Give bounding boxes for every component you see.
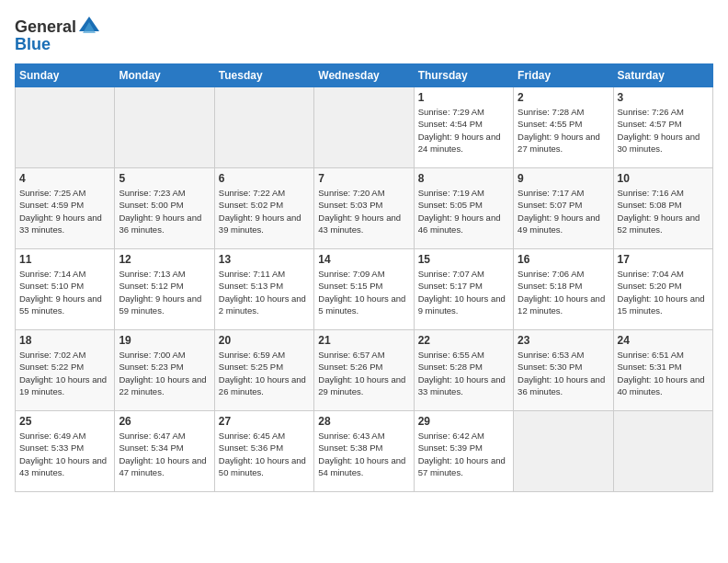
calendar-cell: 24 Sunrise: 6:51 AM Sunset: 5:31 PM Dayl… bbox=[613, 330, 712, 411]
day-number: 19 bbox=[119, 334, 210, 347]
calendar-cell: 13 Sunrise: 7:11 AM Sunset: 5:13 PM Dayl… bbox=[214, 249, 313, 330]
logo: General Blue bbox=[15, 15, 102, 54]
day-info: Sunrise: 7:13 AM Sunset: 5:12 PM Dayligh… bbox=[119, 268, 210, 316]
header-friday: Friday bbox=[514, 64, 613, 87]
day-info: Sunrise: 7:28 AM Sunset: 4:55 PM Dayligh… bbox=[518, 106, 609, 155]
calendar-cell: 1 Sunrise: 7:29 AM Sunset: 4:54 PM Dayli… bbox=[414, 87, 513, 168]
day-number: 1 bbox=[418, 91, 509, 104]
day-number: 25 bbox=[19, 415, 110, 428]
day-info: Sunrise: 7:14 AM Sunset: 5:10 PM Dayligh… bbox=[19, 268, 110, 316]
calendar-cell: 16 Sunrise: 7:06 AM Sunset: 5:18 PM Dayl… bbox=[514, 249, 613, 330]
week-row-2: 4 Sunrise: 7:25 AM Sunset: 4:59 PM Dayli… bbox=[16, 168, 713, 249]
calendar-cell: 27 Sunrise: 6:45 AM Sunset: 5:36 PM Dayl… bbox=[214, 411, 313, 492]
week-row-4: 18 Sunrise: 7:02 AM Sunset: 5:22 PM Dayl… bbox=[16, 330, 713, 411]
header-thursday: Thursday bbox=[414, 64, 513, 87]
calendar-cell: 14 Sunrise: 7:09 AM Sunset: 5:15 PM Dayl… bbox=[314, 249, 414, 330]
day-info: Sunrise: 7:17 AM Sunset: 5:07 PM Dayligh… bbox=[518, 187, 609, 236]
week-row-3: 11 Sunrise: 7:14 AM Sunset: 5:10 PM Dayl… bbox=[16, 249, 713, 330]
day-number: 16 bbox=[518, 253, 609, 266]
day-number: 11 bbox=[19, 253, 110, 266]
logo-icon bbox=[77, 15, 101, 39]
day-info: Sunrise: 7:29 AM Sunset: 4:54 PM Dayligh… bbox=[418, 106, 509, 155]
day-number: 24 bbox=[618, 334, 709, 347]
calendar-cell: 12 Sunrise: 7:13 AM Sunset: 5:12 PM Dayl… bbox=[115, 249, 214, 330]
day-info: Sunrise: 6:55 AM Sunset: 5:28 PM Dayligh… bbox=[418, 349, 509, 397]
day-info: Sunrise: 6:45 AM Sunset: 5:36 PM Dayligh… bbox=[219, 430, 310, 478]
day-info: Sunrise: 7:26 AM Sunset: 4:57 PM Dayligh… bbox=[618, 106, 709, 155]
day-number: 12 bbox=[119, 253, 210, 266]
header-tuesday: Tuesday bbox=[214, 64, 313, 87]
day-number: 22 bbox=[418, 334, 509, 347]
calendar-table: SundayMondayTuesdayWednesdayThursdayFrid… bbox=[15, 63, 713, 492]
calendar-cell: 23 Sunrise: 6:53 AM Sunset: 5:30 PM Dayl… bbox=[514, 330, 613, 411]
calendar-cell: 15 Sunrise: 7:07 AM Sunset: 5:17 PM Dayl… bbox=[414, 249, 513, 330]
day-info: Sunrise: 7:16 AM Sunset: 5:08 PM Dayligh… bbox=[618, 187, 709, 236]
day-info: Sunrise: 7:07 AM Sunset: 5:17 PM Dayligh… bbox=[418, 268, 509, 316]
day-info: Sunrise: 7:09 AM Sunset: 5:15 PM Dayligh… bbox=[318, 268, 409, 316]
day-number: 5 bbox=[119, 172, 210, 185]
week-row-5: 25 Sunrise: 6:49 AM Sunset: 5:33 PM Dayl… bbox=[16, 411, 713, 492]
day-info: Sunrise: 6:49 AM Sunset: 5:33 PM Dayligh… bbox=[19, 430, 110, 478]
calendar-cell bbox=[514, 411, 613, 492]
day-info: Sunrise: 6:42 AM Sunset: 5:39 PM Dayligh… bbox=[418, 430, 509, 478]
calendar-cell bbox=[214, 87, 313, 168]
day-number: 29 bbox=[418, 415, 509, 428]
day-info: Sunrise: 7:04 AM Sunset: 5:20 PM Dayligh… bbox=[618, 268, 709, 316]
week-row-1: 1 Sunrise: 7:29 AM Sunset: 4:54 PM Dayli… bbox=[16, 87, 713, 168]
day-info: Sunrise: 7:19 AM Sunset: 5:05 PM Dayligh… bbox=[418, 187, 509, 236]
calendar-cell: 11 Sunrise: 7:14 AM Sunset: 5:10 PM Dayl… bbox=[16, 249, 115, 330]
day-info: Sunrise: 7:02 AM Sunset: 5:22 PM Dayligh… bbox=[19, 349, 110, 397]
day-number: 26 bbox=[119, 415, 210, 428]
calendar-cell: 7 Sunrise: 7:20 AM Sunset: 5:03 PM Dayli… bbox=[314, 168, 414, 249]
day-info: Sunrise: 7:06 AM Sunset: 5:18 PM Dayligh… bbox=[518, 268, 609, 316]
calendar-cell: 25 Sunrise: 6:49 AM Sunset: 5:33 PM Dayl… bbox=[16, 411, 115, 492]
calendar-cell: 10 Sunrise: 7:16 AM Sunset: 5:08 PM Dayl… bbox=[613, 168, 712, 249]
calendar-cell bbox=[115, 87, 214, 168]
calendar-cell bbox=[613, 411, 712, 492]
calendar-cell: 22 Sunrise: 6:55 AM Sunset: 5:28 PM Dayl… bbox=[414, 330, 513, 411]
header-sunday: Sunday bbox=[16, 64, 115, 87]
day-info: Sunrise: 7:00 AM Sunset: 5:23 PM Dayligh… bbox=[119, 349, 210, 397]
day-number: 10 bbox=[618, 172, 709, 185]
day-info: Sunrise: 6:43 AM Sunset: 5:38 PM Dayligh… bbox=[318, 430, 409, 478]
day-number: 28 bbox=[318, 415, 409, 428]
day-number: 4 bbox=[19, 172, 110, 185]
day-number: 7 bbox=[318, 172, 409, 185]
calendar-cell: 20 Sunrise: 6:59 AM Sunset: 5:25 PM Dayl… bbox=[214, 330, 313, 411]
calendar-cell: 4 Sunrise: 7:25 AM Sunset: 4:59 PM Dayli… bbox=[16, 168, 115, 249]
calendar-cell: 26 Sunrise: 6:47 AM Sunset: 5:34 PM Dayl… bbox=[115, 411, 214, 492]
calendar-cell bbox=[314, 87, 414, 168]
header-monday: Monday bbox=[115, 64, 214, 87]
day-number: 21 bbox=[318, 334, 409, 347]
day-info: Sunrise: 6:59 AM Sunset: 5:25 PM Dayligh… bbox=[219, 349, 310, 397]
calendar-cell: 17 Sunrise: 7:04 AM Sunset: 5:20 PM Dayl… bbox=[613, 249, 712, 330]
calendar-cell: 18 Sunrise: 7:02 AM Sunset: 5:22 PM Dayl… bbox=[16, 330, 115, 411]
calendar-cell: 9 Sunrise: 7:17 AM Sunset: 5:07 PM Dayli… bbox=[514, 168, 613, 249]
day-info: Sunrise: 6:47 AM Sunset: 5:34 PM Dayligh… bbox=[119, 430, 210, 478]
logo-blue: Blue bbox=[15, 35, 51, 54]
day-number: 14 bbox=[318, 253, 409, 266]
calendar-cell: 29 Sunrise: 6:42 AM Sunset: 5:39 PM Dayl… bbox=[414, 411, 513, 492]
day-number: 23 bbox=[518, 334, 609, 347]
day-info: Sunrise: 6:51 AM Sunset: 5:31 PM Dayligh… bbox=[618, 349, 709, 397]
header-row: SundayMondayTuesdayWednesdayThursdayFrid… bbox=[16, 64, 713, 87]
day-number: 18 bbox=[19, 334, 110, 347]
day-number: 17 bbox=[618, 253, 709, 266]
day-info: Sunrise: 7:11 AM Sunset: 5:13 PM Dayligh… bbox=[219, 268, 310, 316]
calendar-cell: 6 Sunrise: 7:22 AM Sunset: 5:02 PM Dayli… bbox=[214, 168, 313, 249]
calendar-cell: 19 Sunrise: 7:00 AM Sunset: 5:23 PM Dayl… bbox=[115, 330, 214, 411]
day-info: Sunrise: 6:53 AM Sunset: 5:30 PM Dayligh… bbox=[518, 349, 609, 397]
day-number: 15 bbox=[418, 253, 509, 266]
calendar-cell: 2 Sunrise: 7:28 AM Sunset: 4:55 PM Dayli… bbox=[514, 87, 613, 168]
calendar-cell: 21 Sunrise: 6:57 AM Sunset: 5:26 PM Dayl… bbox=[314, 330, 414, 411]
logo-general: General bbox=[15, 17, 76, 37]
calendar-cell: 8 Sunrise: 7:19 AM Sunset: 5:05 PM Dayli… bbox=[414, 168, 513, 249]
calendar-cell: 5 Sunrise: 7:23 AM Sunset: 5:00 PM Dayli… bbox=[115, 168, 214, 249]
day-number: 20 bbox=[219, 334, 310, 347]
day-number: 27 bbox=[219, 415, 310, 428]
day-number: 3 bbox=[618, 91, 709, 104]
calendar-cell bbox=[16, 87, 115, 168]
day-number: 6 bbox=[219, 172, 310, 185]
calendar-cell: 3 Sunrise: 7:26 AM Sunset: 4:57 PM Dayli… bbox=[613, 87, 712, 168]
day-info: Sunrise: 7:23 AM Sunset: 5:00 PM Dayligh… bbox=[119, 187, 210, 236]
